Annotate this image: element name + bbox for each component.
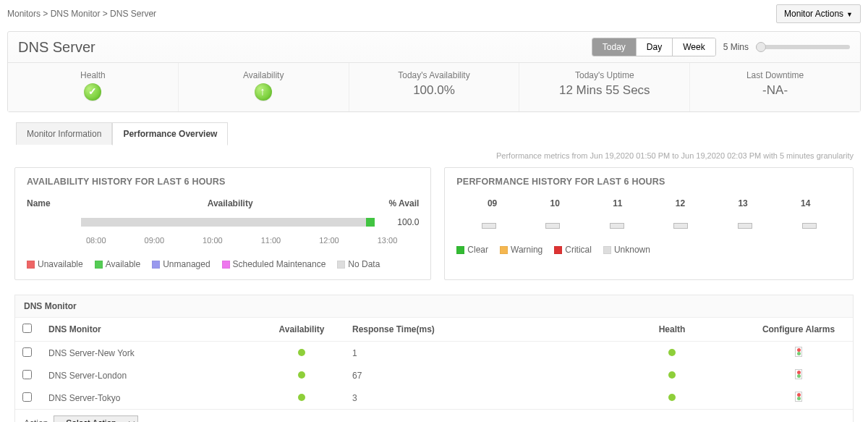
th-configure-alarms: Configure Alarms <box>744 318 853 342</box>
col-availability: Availability <box>81 198 379 208</box>
col-pct-avail: % Avail <box>379 198 419 208</box>
availability-time-axis: 08:0009:0010:0011:0012:0013:00 <box>80 232 419 245</box>
range-day[interactable]: Day <box>637 38 673 56</box>
row-response-time: 67 <box>345 364 600 387</box>
availability-dot-icon <box>298 371 305 379</box>
performance-history-title: PERFORMANCE HISTORY FOR LAST 6 HOURS <box>456 177 841 187</box>
availability-label: Availability <box>179 70 349 80</box>
select-all-checkbox[interactable] <box>22 324 32 333</box>
availability-history-title: AVAILABILITY HISTORY FOR LAST 6 HOURS <box>27 177 419 187</box>
time-range-segmented[interactable]: Today Day Week <box>592 38 716 56</box>
availability-dot-icon <box>298 394 305 401</box>
page-title: DNS Server <box>18 39 95 56</box>
configure-alarm-icon[interactable] <box>795 369 802 379</box>
table-row[interactable]: DNS Server-London67 <box>15 364 853 387</box>
table-row[interactable]: DNS Server-New York1 <box>15 342 853 365</box>
row-name: DNS Server-London <box>41 364 258 387</box>
row-response-time: 1 <box>345 342 600 365</box>
availability-dot-icon <box>298 349 305 356</box>
row-checkbox[interactable] <box>22 370 32 379</box>
monitor-actions-button[interactable]: Monitor Actions▼ <box>776 4 861 23</box>
health-dot-icon <box>668 371 676 379</box>
performance-metrics-range: Performance metrics from Jun 19,2020 01:… <box>0 148 868 167</box>
availability-pct-value: 100.0 <box>379 217 419 227</box>
action-label: Action <box>24 418 48 422</box>
health-label: Health <box>8 70 178 80</box>
granularity-slider[interactable] <box>756 45 850 49</box>
today-availability-label: Today's Availability <box>349 70 519 80</box>
col-name: Name <box>27 198 81 208</box>
availability-bar <box>81 218 375 227</box>
chevron-down-icon: ▼ <box>846 11 853 18</box>
row-checkbox[interactable] <box>22 392 32 402</box>
configure-alarm-icon[interactable] <box>795 347 802 357</box>
last-downtime-value: -NA- <box>690 83 860 98</box>
action-select[interactable]: --Select Action-- <box>54 415 138 422</box>
granularity-label: 5 Mins <box>723 42 749 52</box>
tab-monitor-information[interactable]: Monitor Information <box>16 122 112 145</box>
crumb-monitors[interactable]: Monitors <box>7 9 41 19</box>
today-uptime-label: Today's Uptime <box>519 70 689 80</box>
row-response-time: 3 <box>345 387 600 409</box>
row-checkbox[interactable] <box>22 347 32 357</box>
today-availability-value: 100.0% <box>349 83 519 98</box>
th-dns-monitor: DNS Monitor <box>41 318 258 342</box>
range-today[interactable]: Today <box>592 38 637 56</box>
crumb-dns-monitor[interactable]: DNS Monitor <box>51 9 101 19</box>
last-downtime-label: Last Downtime <box>690 70 860 80</box>
th-response-time: Response Time(ms) <box>345 318 600 342</box>
range-week[interactable]: Week <box>673 38 715 56</box>
dns-monitor-section-title: DNS Monitor <box>15 295 853 318</box>
crumb-current: DNS Server <box>110 9 156 19</box>
today-uptime-value: 12 Mins 55 Secs <box>519 83 689 98</box>
performance-hours-header: 091011121314 <box>461 198 837 208</box>
availability-legend: Unavailable Available Unmanaged Schedule… <box>27 259 419 269</box>
health-dot-icon <box>668 394 676 401</box>
health-ok-icon <box>84 83 101 101</box>
performance-legend: Clear Warning Critical Unknown <box>456 245 841 255</box>
tab-performance-overview[interactable]: Performance Overview <box>112 122 228 145</box>
availability-up-icon <box>255 83 272 101</box>
health-dot-icon <box>668 349 676 356</box>
configure-alarm-icon[interactable] <box>795 392 802 402</box>
th-availability: Availability <box>258 318 345 342</box>
table-row[interactable]: DNS Server-Tokyo3 <box>15 387 853 409</box>
breadcrumb: Monitors > DNS Monitor > DNS Server <box>7 9 156 19</box>
row-name: DNS Server-New York <box>41 342 258 365</box>
row-name: DNS Server-Tokyo <box>41 387 258 409</box>
th-health: Health <box>600 318 744 342</box>
performance-markers <box>456 223 841 229</box>
